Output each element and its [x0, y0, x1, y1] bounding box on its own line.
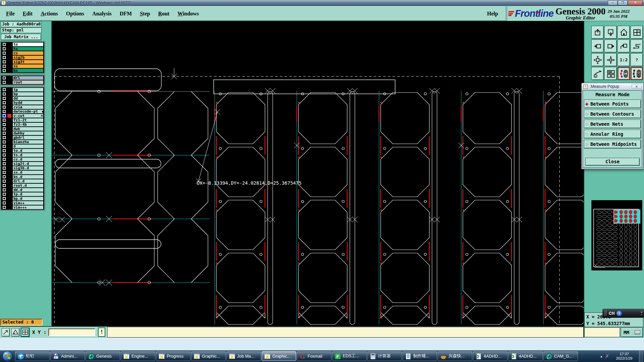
layer-row-dd[interactable]: dd [1, 96, 44, 101]
layer-checkbox-tp.d[interactable] [3, 193, 6, 196]
layer-checkbox-via+++[interactable] [3, 206, 6, 209]
panel-overview-map[interactable] [591, 200, 642, 270]
restore-button[interactable]: ❐ [618, 0, 628, 5]
layer-checkbox-v-cut[interactable] [3, 114, 6, 117]
alert-button[interactable]: ! [98, 327, 105, 337]
layer-checkbox-cs[interactable] [3, 52, 6, 55]
layer-row-drl.d[interactable]: drl.d [1, 179, 44, 183]
layer-row-hydd[interactable]: hydd [1, 101, 44, 105]
layer-row-to.d[interactable]: to.d [1, 148, 44, 153]
layer-row-dwkby[interactable]: dwkby [1, 131, 44, 135]
help-button[interactable]: ? [631, 53, 643, 66]
layer-checkbox-biaozhu[interactable] [3, 140, 6, 143]
taskbar-item-0[interactable]: 钉钉 [15, 351, 50, 361]
paste-up-button[interactable] [591, 26, 604, 39]
layer-row-ss[interactable]: ss [1, 64, 44, 68]
layer-row-rout[interactable]: rout [1, 80, 44, 84]
measure-option-between-points[interactable]: ◆Between Points [584, 100, 641, 108]
show-desktop-button[interactable] [639, 350, 643, 362]
layer-checkbox-drl.d[interactable] [3, 180, 6, 183]
layer-checkbox-sig3b.d[interactable] [3, 167, 6, 170]
layer-checkbox-cs.d[interactable] [3, 158, 6, 161]
measure-option-annular-ring[interactable]: ◇Annular Ring [584, 130, 641, 138]
grid-window-tool[interactable] [21, 328, 29, 337]
xy-input[interactable] [48, 328, 95, 336]
layer-row-biaozhu[interactable]: biaozhu [1, 140, 44, 144]
taskbar-item-13[interactable]: 4ADHD... [473, 351, 507, 361]
layer-checkbox-d[interactable] [3, 145, 6, 148]
taskbar-item-14[interactable]: 4ADHD... [508, 351, 543, 361]
menu-dfm[interactable]: DFM [116, 11, 136, 17]
menu-edit[interactable]: Edit [19, 11, 37, 17]
measure-option-between-nets[interactable]: ◇Between Nets [584, 120, 641, 128]
layer-row-sig2b[interactable]: sig2b [1, 55, 44, 60]
measure-option-between-contours[interactable]: ◇Between Contours [584, 110, 641, 118]
layer-checkbox-ts[interactable] [3, 47, 6, 50]
taskbar-clock[interactable]: 17:37 2022/1/29 [612, 352, 636, 361]
layer-row-drl[interactable]: drl [1, 76, 44, 80]
job-matrix-button[interactable]: Job Matrix ... [1, 34, 41, 40]
pcb-canvas[interactable]: DX=-8.13394,DY=-24.02814,D=25.3675475 [52, 21, 584, 326]
taskbar-item-3[interactable]: Engine... [121, 351, 155, 361]
layer-row-bs.d[interactable]: bs.d [1, 175, 44, 179]
start-button[interactable] [1, 351, 13, 362]
menu-help[interactable]: Help [487, 6, 498, 21]
menu-rout[interactable]: Rout [154, 11, 173, 17]
layer-row-ts[interactable]: ts [1, 47, 44, 51]
net-compare-button[interactable] [631, 67, 643, 80]
layer-checkbox-fz1-2t[interactable] [3, 119, 6, 122]
language-label[interactable]: CH [609, 311, 614, 316]
layer-row-cs.d[interactable]: cs.d [1, 157, 44, 162]
layer-row-via++[interactable]: via++ [1, 201, 44, 205]
layer-checkbox-ss[interactable] [3, 65, 6, 68]
layer-checkbox-ss.d[interactable] [3, 171, 6, 174]
measure-option-between-midpoints[interactable]: ◇Between Midpoints [584, 140, 641, 148]
layer-row-bp[interactable]: bp [1, 92, 44, 96]
layer-row-cs[interactable]: cs [1, 51, 44, 55]
layer-row-gbdrl[interactable]: gbdrl [1, 135, 44, 140]
taskbar-item-5[interactable]: Graphic... [191, 351, 226, 361]
minimize-button[interactable]: ─ [608, 0, 618, 5]
tools-settings-button[interactable] [591, 67, 604, 80]
taskbar-item-8[interactable]: GFoxmail [297, 351, 331, 361]
layer-checkbox-dwk[interactable] [3, 127, 6, 130]
zoom-select-tool[interactable] [2, 328, 10, 337]
taskbar-item-12[interactable]: 兴森快... [438, 351, 472, 361]
layer-row-fz1-2t[interactable]: fz1-2t [1, 118, 44, 122]
layer-checkbox-sig3t[interactable] [3, 60, 6, 63]
language-help-icon[interactable]: ? [616, 311, 622, 316]
menu-windows[interactable]: Windows [173, 11, 203, 17]
taskbar-item-10[interactable]: 计算器 [367, 351, 402, 361]
pan-right-button[interactable] [604, 40, 617, 53]
menu-analysis[interactable]: Analysis [88, 11, 116, 17]
layer-row-tp[interactable]: tp [1, 87, 44, 92]
layer-checkbox-ts.d[interactable] [3, 154, 6, 157]
layer-checkbox-cvia[interactable] [3, 106, 6, 109]
language-bar-controls[interactable]: ▬▾ [641, 311, 642, 316]
home-view-button[interactable] [618, 26, 630, 39]
layer-checkbox-hydd[interactable] [3, 101, 6, 104]
center-view-button[interactable] [604, 53, 617, 66]
layer-row-to[interactable]: to [1, 42, 44, 47]
layer-row-dwk[interactable]: dwk [1, 127, 44, 131]
layer-checkbox-dwkby[interactable] [3, 132, 6, 135]
layer-row-bp.d[interactable]: bp.d [1, 196, 44, 201]
layer-checkbox-gbdrl[interactable] [3, 136, 6, 139]
layer-row-sig3b.d[interactable]: sig3b.d [1, 166, 44, 170]
layer-checkbox-to.d[interactable] [3, 149, 6, 152]
layer-checkbox-tp[interactable] [3, 88, 6, 91]
paste-down-button[interactable] [604, 26, 617, 39]
layer-row-tp.d[interactable]: tp.d [1, 192, 44, 196]
layer-checkbox-drl[interactable] [3, 76, 6, 79]
layer-row-sig3t[interactable]: sig3t [1, 60, 44, 64]
taskbar-item-7[interactable]: Graphic... [262, 351, 296, 361]
layer-row-d[interactable]: d [1, 144, 44, 148]
layer-checkbox-dd[interactable] [3, 97, 6, 100]
layer-checkbox-rout[interactable] [3, 81, 6, 84]
layer-row-dd.d[interactable]: dd.d [1, 188, 44, 192]
menu-file[interactable]: File [2, 11, 19, 17]
layer-checkbox-fz3-4b[interactable] [3, 123, 6, 126]
layer-checkbox-bp.d[interactable] [3, 197, 6, 200]
expand-view-button[interactable] [591, 53, 604, 66]
scale-1-2-button[interactable]: 1:2 [618, 53, 630, 66]
